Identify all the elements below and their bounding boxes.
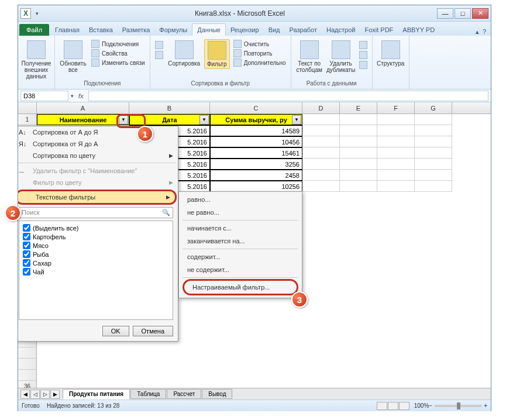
col-header-g[interactable]: G	[415, 102, 452, 113]
tab-nav-first[interactable]: ◀	[20, 390, 30, 399]
tab-view[interactable]: Вид	[264, 24, 285, 36]
sheet-tab-active[interactable]: Продукты питания	[63, 389, 130, 400]
cell[interactable]	[340, 170, 377, 181]
sort-button[interactable]: Сортировка	[167, 39, 202, 68]
zoom-in-button[interactable]: +	[484, 402, 487, 409]
cell[interactable]	[377, 170, 415, 181]
cell[interactable]	[377, 136, 415, 147]
data-validation-button[interactable]	[358, 40, 369, 50]
filter-search-input[interactable]: Поиск🔍	[19, 207, 173, 218]
checkbox[interactable]	[23, 268, 30, 276]
sheet-tab[interactable]: Рассчет	[167, 389, 201, 399]
cell[interactable]	[377, 125, 415, 136]
cell[interactable]	[377, 147, 415, 159]
reapply-button[interactable]: Повторить	[232, 49, 287, 58]
tab-formulas[interactable]: Формулы	[154, 24, 192, 36]
col-header-a[interactable]: A	[37, 102, 129, 113]
consolidate-button[interactable]	[358, 50, 369, 60]
cell[interactable]	[302, 170, 340, 181]
cell[interactable]	[340, 181, 377, 192]
text-filters-item[interactable]: Текстовые фильтры▶	[18, 190, 177, 205]
row-header[interactable]	[18, 359, 37, 370]
view-layout-button[interactable]	[388, 402, 398, 410]
cell[interactable]	[415, 114, 452, 125]
external-data-button[interactable]: Получение внешних данных	[22, 39, 51, 81]
checkbox[interactable]	[23, 233, 30, 240]
close-button[interactable]: ✕	[472, 8, 488, 19]
cell[interactable]	[302, 181, 340, 192]
cell[interactable]	[302, 114, 340, 125]
cell[interactable]	[415, 136, 452, 147]
tab-nav-prev[interactable]: ◁	[30, 390, 40, 399]
col-header-f[interactable]: F	[377, 102, 415, 113]
cell[interactable]	[340, 125, 377, 136]
tab-addins[interactable]: Надстрой	[322, 24, 360, 36]
filter-check-item[interactable]: Мясо	[22, 241, 170, 250]
cell[interactable]	[340, 147, 377, 159]
name-box[interactable]	[20, 91, 68, 101]
filter-toggle-b[interactable]: ▼	[199, 115, 209, 125]
filter-check-item[interactable]: Сахар	[22, 259, 170, 267]
tab-layout[interactable]: Разметка	[118, 24, 155, 36]
properties-button[interactable]: Свойства	[90, 49, 146, 58]
cell[interactable]	[377, 181, 415, 192]
row-header-1[interactable]: 1	[18, 114, 37, 125]
cell-sum[interactable]: 3256	[210, 159, 302, 170]
zoom-out-button[interactable]: −	[429, 402, 432, 409]
filter-not-equals-item[interactable]: не равно...	[179, 206, 302, 219]
zoom-level[interactable]: 100%	[414, 402, 429, 409]
header-cell-date[interactable]: Дата ▼	[129, 114, 210, 125]
cell[interactable]	[415, 147, 452, 159]
filter-begins-with-item[interactable]: начинается с...	[179, 222, 302, 235]
sort-asc-button[interactable]	[154, 40, 164, 50]
filter-button[interactable]: Фильтр	[204, 39, 230, 69]
checkbox[interactable]	[23, 259, 30, 267]
ribbon-minimize-icon[interactable]: ▴	[476, 28, 479, 36]
advanced-button[interactable]: Дополнительно	[232, 58, 287, 67]
cell[interactable]	[340, 114, 377, 125]
filter-check-item[interactable]: Чай	[22, 267, 170, 276]
cell[interactable]	[302, 136, 340, 147]
checkbox[interactable]	[23, 242, 30, 249]
connections-button[interactable]: Подключения	[90, 39, 146, 49]
cell[interactable]	[302, 125, 340, 136]
sort-az-item[interactable]: A↓Сортировка от А до Я	[18, 126, 178, 138]
filter-checklist[interactable]: (Выделить все) Картофель Мясо Рыба Сахар…	[19, 221, 173, 320]
checkbox[interactable]	[23, 224, 30, 232]
filter-equals-item[interactable]: равно...	[179, 193, 302, 206]
sort-za-item[interactable]: Я↓Сортировка от Я до А	[18, 138, 178, 150]
minimize-button[interactable]: —	[437, 8, 453, 19]
row-header-36[interactable]: 36	[18, 381, 37, 388]
filter-toggle-a[interactable]: ▼	[119, 115, 128, 125]
cancel-button[interactable]: Отмена	[133, 326, 173, 336]
cell[interactable]	[377, 159, 415, 170]
view-normal-button[interactable]	[377, 402, 387, 410]
col-header-b[interactable]: B	[129, 102, 210, 113]
outline-button[interactable]: Структура	[376, 39, 405, 68]
tab-nav-last[interactable]: ▶	[50, 390, 60, 399]
edit-links-button[interactable]: Изменить связи	[90, 58, 146, 67]
header-cell-sum[interactable]: Сумма выручки, ру ▼	[210, 114, 302, 125]
select-all-corner[interactable]	[18, 102, 37, 113]
sheet-tab[interactable]: Таблица	[130, 389, 166, 399]
cell[interactable]	[302, 147, 340, 159]
filter-toggle-c[interactable]: ▼	[292, 115, 301, 125]
filter-check-item[interactable]: Картофель	[22, 232, 170, 241]
checkbox[interactable]	[23, 250, 30, 258]
cell-sum[interactable]: 15461	[210, 147, 302, 159]
sort-desc-button[interactable]	[154, 50, 164, 60]
filter-ends-with-item[interactable]: заканчивается на...	[179, 235, 302, 247]
tab-review[interactable]: Рецензир	[226, 24, 264, 36]
cell[interactable]	[340, 159, 377, 170]
cell[interactable]	[415, 170, 452, 181]
zoom-slider[interactable]	[435, 405, 481, 407]
cell[interactable]	[340, 136, 377, 147]
zoom-thumb[interactable]	[457, 402, 460, 409]
tab-abbyy[interactable]: ABBYY PD	[398, 24, 439, 36]
what-if-button[interactable]	[358, 60, 369, 70]
remove-duplicates-button[interactable]: Удалить дубликаты	[326, 39, 356, 74]
cell-sum[interactable]: 2458	[210, 170, 302, 181]
filter-contains-item[interactable]: содержит...	[179, 250, 302, 263]
tab-developer[interactable]: Разработ	[285, 24, 322, 36]
qat-toggle[interactable]: ▾	[36, 11, 43, 16]
